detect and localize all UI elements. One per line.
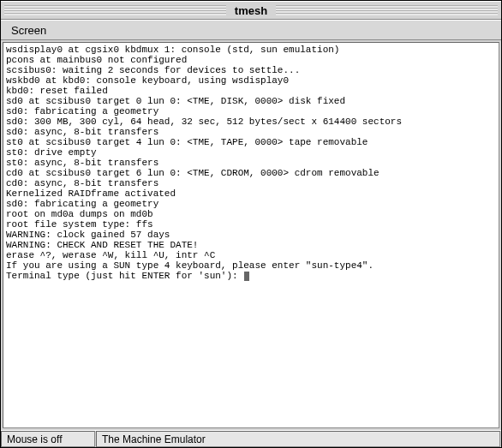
menu-screen[interactable]: Screen [4,22,53,39]
terminal-line: wsdisplay0 at cgsix0 kbdmux 1: console (… [6,45,496,55]
terminal-line: cd0 at scsibus0 target 6 lun 0: <TME, CD… [6,168,496,178]
terminal[interactable]: wsdisplay0 at cgsix0 kbdmux 1: console (… [3,42,499,428]
terminal-line: Kernelized RAIDframe activated [6,188,496,199]
terminal-line: pcons at mainbus0 not configured [6,55,496,65]
terminal-cursor [244,272,249,281]
terminal-line: root on md0a dumps on md0b [6,209,496,219]
terminal-line: cd0: async, 8-bit transfers [6,178,496,188]
terminal-line: wskbd0 at kbd0: console keyboard, using … [6,75,496,86]
terminal-line: sd0: fabricating a geometry [6,106,496,116]
status-label: The Machine Emulator [96,431,500,447]
status-mouse: Mouse is off [1,431,95,447]
window: tmesh Screen wsdisplay0 at cgsix0 kbdmux… [0,0,502,448]
terminal-line: kbd0: reset failed [6,86,496,96]
terminal-line: st0 at scsibus0 target 4 lun 0: <TME, TA… [6,137,496,147]
statusbar: Mouse is off The Machine Emulator [1,430,501,447]
terminal-line: WARNING: CHECK AND RESET THE DATE! [6,240,496,250]
terminal-line: erase ^?, werase ^W, kill ^U, intr ^C [6,250,496,260]
terminal-line: root file system type: ffs [6,219,496,230]
terminal-line: sd0: fabricating a geometry [6,199,496,209]
terminal-line: sd0: 300 MB, 300 cyl, 64 head, 32 sec, 5… [6,116,496,127]
terminal-line: Terminal type (just hit ENTER for 'sun')… [6,271,496,281]
window-title: tmesh [226,4,276,17]
menubar: Screen [1,20,501,40]
titlebar[interactable]: tmesh [1,1,501,20]
terminal-line: sd0: async, 8-bit transfers [6,127,496,137]
terminal-line: If you are using a SUN type 4 keyboard, … [6,260,496,271]
terminal-line: st0: async, 8-bit transfers [6,158,496,168]
terminal-line: st0: drive empty [6,147,496,158]
terminal-container: wsdisplay0 at cgsix0 kbdmux 1: console (… [1,40,501,430]
terminal-line: scsibus0: waiting 2 seconds for devices … [6,65,496,75]
terminal-line: WARNING: clock gained 57 days [6,230,496,240]
terminal-line: sd0 at scsibus0 target 0 lun 0: <TME, DI… [6,96,496,106]
